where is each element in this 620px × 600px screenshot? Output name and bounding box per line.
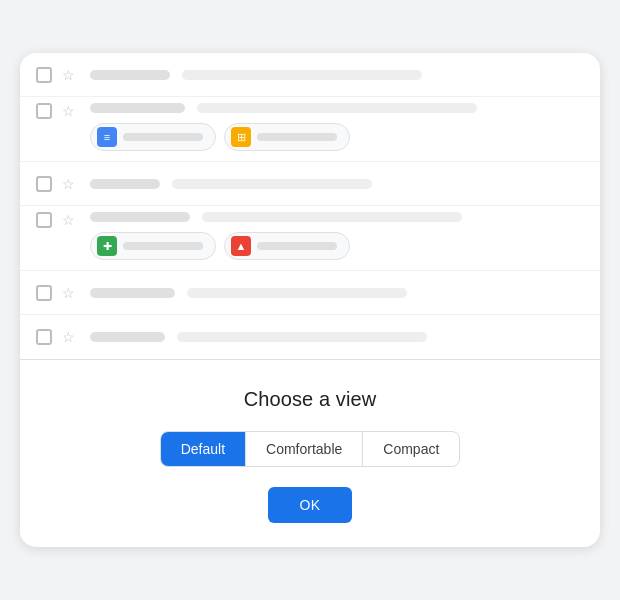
doc-icon: ≡ — [97, 127, 117, 147]
email-meta — [90, 212, 584, 222]
slides-icon: ✚ — [97, 236, 117, 256]
subject-bar — [202, 212, 462, 222]
attachment-list: ✚ ▲ — [90, 232, 584, 260]
star-icon[interactable]: ☆ — [62, 67, 78, 83]
sender-bar — [90, 103, 185, 113]
view-options-group: Default Comfortable Compact — [160, 431, 461, 467]
email-row: ☆ ✚ ▲ — [20, 206, 600, 271]
email-content: ≡ ⊞ — [90, 103, 584, 151]
email-meta — [90, 332, 584, 342]
attachment-name-bar — [257, 133, 337, 141]
email-content — [90, 332, 584, 342]
email-content — [90, 70, 584, 80]
email-row: ☆ — [20, 315, 600, 359]
attachment-name-bar — [123, 242, 203, 250]
sheet-icon: ⊞ — [231, 127, 251, 147]
checkbox[interactable] — [36, 329, 52, 345]
photo-icon: ▲ — [231, 236, 251, 256]
email-meta — [90, 103, 584, 113]
sender-bar — [90, 212, 190, 222]
view-option-default[interactable]: Default — [161, 432, 246, 466]
checkbox[interactable] — [36, 103, 52, 119]
star-icon[interactable]: ☆ — [62, 103, 78, 119]
star-icon[interactable]: ☆ — [62, 285, 78, 301]
main-card: ☆ ☆ ≡ — [20, 53, 600, 547]
checkbox[interactable] — [36, 285, 52, 301]
checkbox[interactable] — [36, 67, 52, 83]
checkbox[interactable] — [36, 212, 52, 228]
attachment-name-bar — [123, 133, 203, 141]
sender-bar — [90, 288, 175, 298]
attachment-list: ≡ ⊞ — [90, 123, 584, 151]
email-meta — [90, 179, 584, 189]
email-row: ☆ — [20, 53, 600, 97]
email-list-preview: ☆ ☆ ≡ — [20, 53, 600, 360]
attachment-chip[interactable]: ▲ — [224, 232, 350, 260]
email-meta — [90, 70, 584, 80]
view-option-compact[interactable]: Compact — [363, 432, 459, 466]
dialog-section: Choose a view Default Comfortable Compac… — [20, 360, 600, 547]
sender-bar — [90, 332, 165, 342]
view-option-comfortable[interactable]: Comfortable — [246, 432, 363, 466]
subject-bar — [172, 179, 372, 189]
email-row: ☆ ≡ ⊞ — [20, 97, 600, 162]
attachment-chip[interactable]: ≡ — [90, 123, 216, 151]
email-content: ✚ ▲ — [90, 212, 584, 260]
subject-bar — [177, 332, 427, 342]
email-content — [90, 179, 584, 189]
attachment-chip[interactable]: ⊞ — [224, 123, 350, 151]
sender-bar — [90, 179, 160, 189]
star-icon[interactable]: ☆ — [62, 176, 78, 192]
subject-bar — [187, 288, 407, 298]
star-icon[interactable]: ☆ — [62, 212, 78, 228]
star-icon[interactable]: ☆ — [62, 329, 78, 345]
subject-bar — [182, 70, 422, 80]
ok-button[interactable]: OK — [268, 487, 353, 523]
email-meta — [90, 288, 584, 298]
attachment-name-bar — [257, 242, 337, 250]
checkbox[interactable] — [36, 176, 52, 192]
email-row: ☆ — [20, 271, 600, 315]
attachment-chip[interactable]: ✚ — [90, 232, 216, 260]
email-content — [90, 288, 584, 298]
subject-bar — [197, 103, 477, 113]
email-row: ☆ — [20, 162, 600, 206]
dialog-title: Choose a view — [244, 388, 376, 411]
sender-bar — [90, 70, 170, 80]
